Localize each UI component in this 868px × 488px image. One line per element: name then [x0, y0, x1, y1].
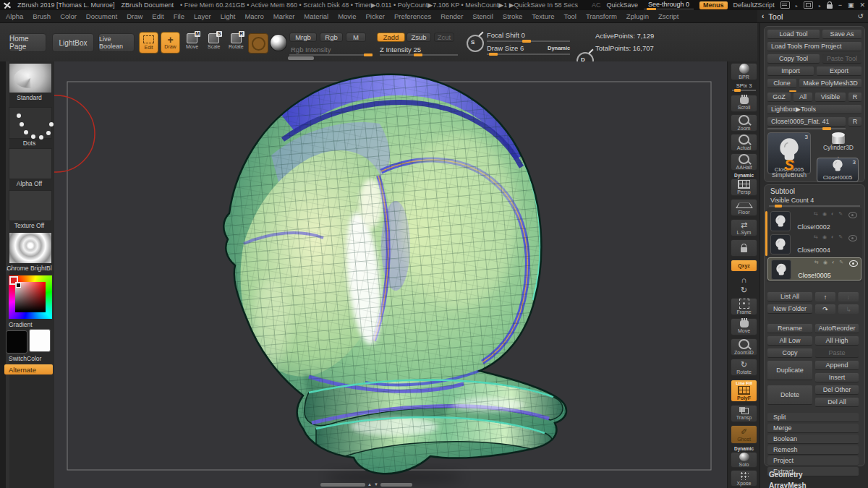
move-button[interactable]: M Move — [186, 33, 198, 49]
zcut-button[interactable]: Zcut — [434, 33, 454, 42]
del-other-button[interactable]: Del Other — [815, 385, 859, 395]
list-all-button[interactable]: List All — [767, 292, 812, 301]
lightbox-button[interactable]: LightBox — [52, 33, 94, 52]
document-canvas[interactable]: ▲ ▼ — [54, 61, 727, 488]
menu-item-layer[interactable]: Layer — [194, 12, 211, 20]
import-button[interactable]: Import — [767, 67, 814, 76]
main-color-swatch[interactable] — [6, 330, 27, 354]
spix-handle[interactable] — [734, 89, 741, 92]
spin-button[interactable]: ↻ — [731, 285, 757, 294]
solo-button[interactable]: Solo — [731, 452, 757, 468]
mrgb-button[interactable]: Mrgb — [289, 33, 317, 42]
default-zscript-button[interactable]: DefaultZScript — [733, 1, 775, 9]
close-button[interactable]: ✕ — [859, 1, 865, 9]
menus-button[interactable]: Menus — [699, 1, 728, 9]
helmet-model[interactable] — [210, 65, 593, 484]
menu-item-texture[interactable]: Texture — [532, 12, 554, 20]
clone-button[interactable]: Clone — [767, 79, 796, 88]
collapse-panel-icon[interactable]: ‹ — [762, 12, 764, 20]
zoom3d-button[interactable]: Zoom3D — [731, 338, 757, 356]
project-section[interactable]: Project — [767, 456, 859, 466]
scrollbar-right-bar[interactable] — [380, 483, 412, 487]
rgb-intensity-slider[interactable]: Rgb Intensity — [291, 46, 331, 53]
subtool-row-icons[interactable]: ⇆ ◉ ◐ ✎ — [814, 234, 844, 240]
copy-button[interactable]: Copy — [767, 348, 812, 358]
active-tool-slider[interactable]: Close!0005_Flat. 41 — [767, 117, 846, 127]
move-down-button[interactable]: ↓ — [838, 292, 859, 301]
menu-item-macro[interactable]: Macro — [244, 12, 263, 20]
rgb-intensity-track[interactable] — [289, 54, 373, 56]
visibility-eye-icon[interactable] — [848, 212, 857, 218]
menu-item-picker[interactable]: Picker — [366, 12, 385, 20]
move3d-button[interactable]: Move — [731, 318, 757, 335]
goz-r-button[interactable]: R — [848, 93, 861, 102]
make-polymesh3d-button[interactable]: Make PolyMesh3D — [799, 79, 861, 88]
goz-button[interactable]: GoZ — [767, 93, 791, 102]
draw-size-handle[interactable] — [489, 53, 498, 56]
lock-camera-button[interactable] — [731, 239, 757, 257]
active-tool-track[interactable] — [767, 128, 846, 129]
zadd-button[interactable]: Zadd — [377, 33, 405, 42]
scroll-up-icon[interactable]: ▲ — [367, 481, 372, 487]
canvas-scrollbar[interactable]: ▲ ▼ — [320, 481, 429, 487]
current-brush-thumbnail[interactable] — [9, 63, 52, 93]
rotate3d-button[interactable]: ↻Rotate — [731, 359, 757, 376]
new-folder-button[interactable]: New Folder — [767, 304, 812, 314]
focal-shift-slider[interactable]: Focal Shift 0 — [487, 31, 525, 39]
visible-count-track[interactable] — [769, 205, 860, 207]
load-tools-from-project-button[interactable]: Load Tools From Project — [767, 42, 861, 51]
scroll-down-icon[interactable]: ▼ — [374, 481, 378, 487]
merge-section[interactable]: Merge — [767, 424, 859, 433]
m-button[interactable]: M — [346, 33, 366, 42]
panel-layout-icon[interactable] — [804, 1, 813, 9]
subtool-row-icons[interactable]: ⇆ ◉ ◐ ✎ — [814, 260, 845, 265]
menu-item-preferences[interactable]: Preferences — [394, 12, 431, 20]
menu-item-stroke[interactable]: Stroke — [503, 12, 522, 20]
alpha-thumbnail[interactable] — [9, 148, 52, 179]
zsub-button[interactable]: Zsub — [407, 33, 431, 42]
goz-all-button[interactable]: All — [793, 93, 812, 102]
menu-item-light[interactable]: Light — [221, 12, 236, 20]
color-picker[interactable] — [9, 275, 52, 319]
visibility-eye-icon[interactable] — [848, 235, 857, 241]
menu-item-file[interactable]: File — [174, 12, 184, 20]
material-thumbnail[interactable] — [9, 232, 52, 264]
material-ball-icon[interactable] — [271, 35, 286, 51]
paste-button[interactable]: Paste — [815, 348, 859, 358]
menu-item-transform[interactable]: Transform — [586, 12, 617, 20]
edit-button[interactable]: Edit — [139, 32, 158, 53]
rename-button[interactable]: Rename — [767, 324, 812, 333]
paste-tool-button[interactable]: Paste Tool — [822, 54, 861, 64]
menu-item-material[interactable]: Material — [304, 12, 328, 20]
menu-item-movie[interactable]: Movie — [338, 12, 356, 20]
see-through-slider[interactable]: See-through 0 — [644, 1, 694, 9]
toolbar-scroll-handle[interactable] — [288, 56, 314, 60]
goz-visible-button[interactable]: Visible — [815, 93, 846, 102]
active-tool-handle[interactable] — [822, 127, 831, 130]
floor-button[interactable]: Floor — [731, 199, 757, 216]
visible-count-handle[interactable] — [775, 205, 782, 207]
rgb-button[interactable]: Rgb — [320, 33, 343, 42]
append-button[interactable]: Append — [815, 361, 859, 370]
subtool-row[interactable]: ⇆ ◉ ◐ ✎ Close!0002 — [767, 210, 860, 231]
draw-button[interactable]: + Draw — [161, 32, 180, 53]
del-all-button[interactable]: Del All — [815, 398, 859, 407]
frame-button[interactable]: Frame — [731, 298, 757, 315]
polyframe-button[interactable]: Line Fill PolyF — [731, 380, 757, 402]
viewport[interactable] — [54, 61, 727, 488]
zoom-button[interactable]: Zoom — [731, 114, 757, 132]
save-as-button[interactable]: Save As — [822, 30, 861, 39]
restore-button[interactable]: ▣ — [848, 1, 854, 9]
z-intensity-handle[interactable] — [414, 53, 422, 56]
secondary-color-swatch[interactable] — [29, 329, 51, 352]
visibility-eye-icon[interactable] — [849, 260, 858, 267]
bpr-render-button[interactable]: BPR — [731, 63, 757, 80]
split-section[interactable]: Split — [767, 413, 859, 422]
scrollbar-left-bar[interactable] — [320, 483, 365, 487]
draw-size-slider[interactable]: Draw Size 6 — [487, 44, 524, 52]
autoreorder-button[interactable]: AutoReorder — [815, 324, 859, 333]
duplicate-button[interactable]: Duplicate — [767, 361, 812, 380]
menu-item-zplugin[interactable]: Zplugin — [626, 12, 649, 20]
simplebrush-tool[interactable]: S SimpleBrush — [766, 158, 812, 180]
live-boolean-button[interactable]: Live Boolean — [98, 33, 135, 52]
